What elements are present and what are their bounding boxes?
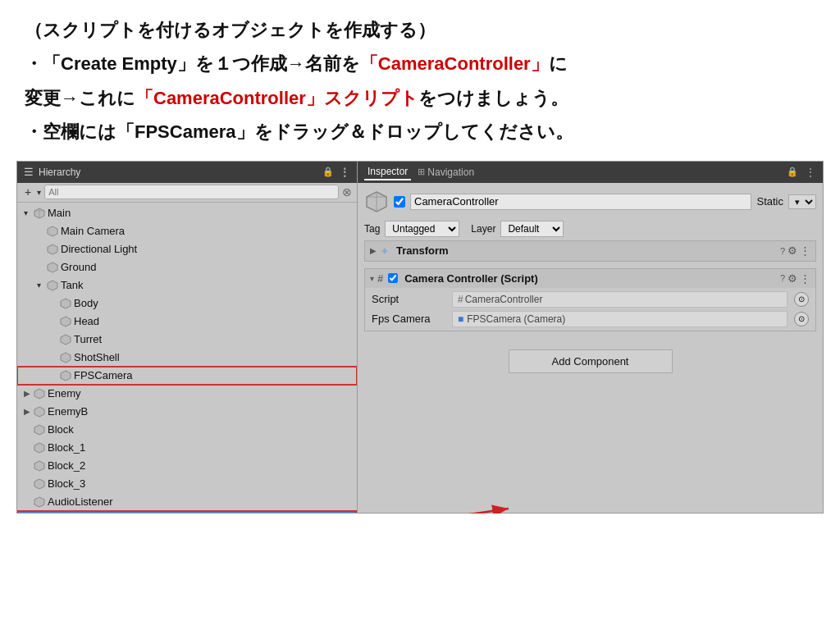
text-line2-red: 「CameraController」: [360, 53, 549, 74]
camera-controller-component: ▾ # Camera Controller (Script) ? ⚙ ⋮: [364, 268, 816, 331]
camera-controller-active-checkbox[interactable]: [388, 273, 398, 283]
fps-camera-label: Fps Camera: [372, 313, 445, 325]
hierarchy-item-label-enemyb: EnemyB: [48, 405, 88, 418]
camera-controller-title: Camera Controller (Script): [404, 272, 777, 285]
hierarchy-item-block[interactable]: ▶ Block: [17, 421, 357, 439]
hierarchy-item-fpscamera[interactable]: ▶ FPSCamera: [17, 367, 357, 385]
hierarchy-item-label-head: Head: [74, 315, 99, 327]
hierarchy-item-tank[interactable]: ▾ Tank: [17, 276, 357, 294]
camera-controller-comp-icons: ? ⚙ ⋮: [780, 272, 810, 285]
camera-controller-collapse-arrow: ▾: [370, 274, 374, 283]
hierarchy-title: Hierarchy: [39, 167, 317, 178]
go-active-checkbox[interactable]: [394, 196, 405, 208]
fps-camera-row: Fps Camera FPSCamera (Camera) ⊙: [372, 311, 809, 327]
tag-dropdown[interactable]: Untagged: [385, 221, 459, 237]
hierarchy-item-ground[interactable]: ▶ Ground: [17, 258, 357, 276]
hierarchy-item-label-block1: Block_1: [48, 441, 85, 454]
navigation-icon: ⊞: [418, 167, 425, 177]
hierarchy-item-shotshell[interactable]: ▶ ShotShell: [17, 349, 357, 367]
hierarchy-item-turret[interactable]: ▶ Turret: [17, 331, 357, 349]
svg-marker-5: [48, 262, 57, 272]
hierarchy-item-block1[interactable]: ▶ Block_1: [17, 439, 357, 457]
svg-marker-8: [61, 317, 71, 326]
add-component-button[interactable]: Add Component: [509, 349, 673, 373]
inspector-lock-icon: 🔒: [787, 167, 798, 177]
navigation-tab-label: Navigation: [427, 167, 474, 178]
hierarchy-item-block3[interactable]: ▶ Block_3: [17, 475, 357, 493]
svg-marker-13: [34, 407, 44, 417]
hierarchy-item-block2[interactable]: ▶ Block_2: [17, 457, 357, 475]
cube-icon-enemy: [34, 388, 45, 399]
hierarchy-item-label-block: Block: [48, 423, 74, 436]
transform-collapse-arrow: ▶: [370, 246, 377, 255]
add-dropdown-arrow[interactable]: ▾: [37, 188, 41, 197]
unity-editor: ☰ Hierarchy 🔒 ⋮ + ▾ ⊗ ▾: [0, 161, 840, 514]
svg-marker-4: [48, 244, 57, 254]
script-row: Script CameraController ⊙: [372, 291, 809, 308]
inspector-tab-active[interactable]: Inspector: [364, 164, 411, 180]
camera-controller-help-icon: ?: [780, 273, 785, 283]
hierarchy-menu-icon: ☰: [24, 166, 34, 178]
hierarchy-item-label-shotshell: ShotShell: [74, 351, 120, 363]
text-line3-prefix: 変更→これに: [25, 88, 135, 108]
hierarchy-item-head[interactable]: ▶ Head: [17, 313, 357, 331]
text-line-3: 変更→これに「CameraController」スクリプトをつけましょう。: [25, 83, 815, 113]
hierarchy-item-label-main: Main: [48, 207, 71, 219]
hierarchy-item-label-ground: Ground: [61, 261, 96, 273]
hierarchy-item-enemy[interactable]: ▶ Enemy: [17, 385, 357, 403]
hierarchy-item-main[interactable]: ▾ Main: [17, 204, 357, 222]
unity-editor-panels: ☰ Hierarchy 🔒 ⋮ + ▾ ⊗ ▾: [16, 161, 824, 514]
transform-more-icon: ⋮: [800, 244, 810, 257]
cube-icon-head: [60, 316, 71, 327]
go-name-input[interactable]: [410, 194, 751, 210]
camera-controller-header[interactable]: ▾ # Camera Controller (Script) ? ⚙ ⋮: [365, 269, 815, 288]
hierarchy-item-cameracontroller[interactable]: ▶ CameraController: [17, 511, 357, 513]
hierarchy-item-maincamera[interactable]: ▶ Main Camera: [17, 222, 357, 240]
cube-icon-tank: [47, 280, 58, 291]
add-button[interactable]: +: [22, 185, 34, 199]
hierarchy-item-enemyb[interactable]: ▶ EnemyB: [17, 403, 357, 421]
svg-marker-10: [61, 353, 71, 363]
hierarchy-item-label-audiolistener: AudioListener: [48, 495, 113, 508]
layer-dropdown[interactable]: Default: [500, 221, 564, 237]
hierarchy-search-input[interactable]: [44, 185, 339, 199]
go-object-icon: [364, 189, 389, 214]
static-dropdown[interactable]: ▾: [788, 194, 816, 209]
cube-icon-block3: [34, 478, 45, 490]
expand-arrow-main: ▾: [24, 208, 34, 217]
search-clear-button[interactable]: ⊗: [342, 185, 352, 199]
hierarchy-header: ☰ Hierarchy 🔒 ⋮: [17, 162, 357, 183]
fps-camera-circle-btn[interactable]: ⊙: [794, 312, 809, 326]
page-container: （スクリプトを付けるオブジェクトを作成する） ・「Create Empty」を１…: [0, 0, 840, 514]
hierarchy-item-body[interactable]: ▶ Body: [17, 294, 357, 313]
hierarchy-item-label-fpscamera: FPSCamera: [74, 369, 133, 381]
go-header-row: Static ▾: [364, 189, 816, 214]
svg-marker-12: [34, 389, 44, 399]
cube-icon-turret: [60, 334, 71, 345]
script-circle-btn[interactable]: ⊙: [794, 292, 809, 307]
tag-layer-row: Tag Untagged Layer Default: [364, 221, 816, 237]
lock-icon: 🔒: [322, 167, 334, 177]
hierarchy-item-label-turret: Turret: [74, 333, 102, 345]
transform-component-header[interactable]: ▶ ✦ Transform ? ⚙ ⋮: [365, 241, 815, 261]
cube-icon-block2: [34, 460, 45, 472]
svg-marker-17: [34, 479, 44, 489]
hierarchy-panel: ☰ Hierarchy 🔒 ⋮ + ▾ ⊗ ▾: [17, 162, 358, 513]
text-line-1: （スクリプトを付けるオブジェクトを作成する）: [25, 15, 815, 45]
text-line3-suffix: をつけましょう。: [418, 88, 568, 108]
hierarchy-item-label-tank: Tank: [61, 279, 83, 291]
camera-controller-settings-icon: ⚙: [788, 272, 797, 285]
hierarchy-item-audiolistener[interactable]: ▶ AudioListener: [17, 493, 357, 511]
hierarchy-item-directionallight[interactable]: ▶ Directional Light: [17, 240, 357, 258]
more-icon: ⋮: [339, 166, 350, 179]
cube-icon-block1: [34, 442, 45, 454]
transform-settings-icon: ⚙: [788, 244, 797, 257]
cube-icon-main: [34, 208, 45, 219]
text-line-2: ・「Create Empty」を１つ作成→名前を「CameraControlle…: [25, 48, 815, 79]
svg-marker-9: [61, 335, 71, 345]
camera-controller-more-icon: ⋮: [800, 272, 810, 285]
tag-label: Tag: [364, 223, 380, 235]
svg-marker-16: [34, 461, 44, 471]
navigation-tab[interactable]: ⊞ Navigation: [418, 167, 474, 178]
hierarchy-item-label-enemy: Enemy: [48, 387, 80, 399]
